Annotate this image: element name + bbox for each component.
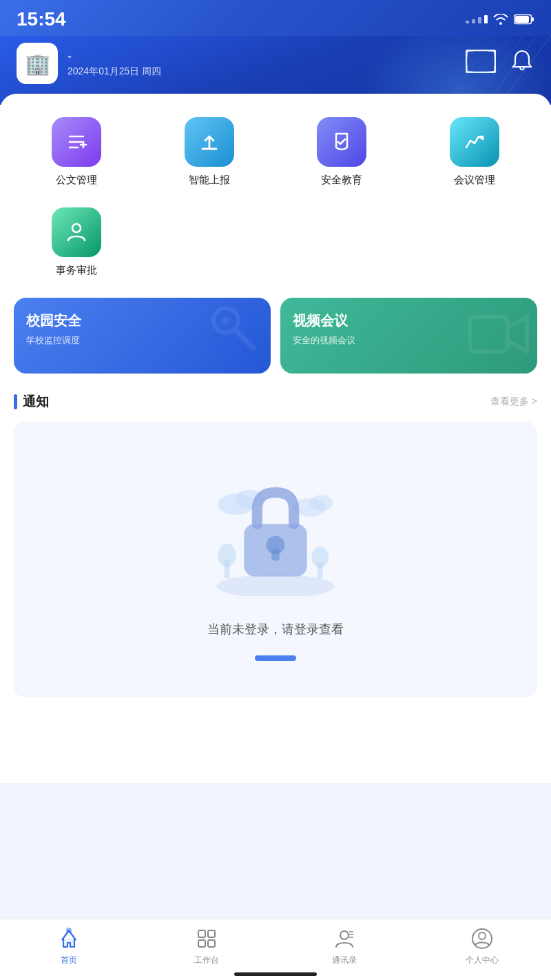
status-bar: 15:54	[0, 0, 551, 36]
contacts-nav-label: 通讯录	[332, 955, 357, 966]
gongwen-icon	[52, 117, 101, 167]
battery-icon	[514, 14, 534, 25]
profile-nav-icon	[470, 926, 495, 951]
nav-contacts[interactable]: 通讯录	[276, 926, 413, 966]
logo-icon: 🏢	[25, 52, 50, 76]
status-icons	[466, 14, 534, 25]
app-item-huiyi[interactable]: 会议管理	[412, 110, 538, 194]
header-left: 🏢 - 2024年01月25日 周四	[17, 43, 161, 84]
header-right	[466, 49, 534, 79]
home-nav-label: 首页	[61, 955, 77, 966]
bell-icon	[510, 49, 534, 74]
app-item-shiwu[interactable]: 事务审批	[14, 201, 140, 284]
feature-cards: 校园安全 学校监控调度 视频会议 安全的视频会议	[14, 298, 537, 374]
lock-illustration	[207, 451, 344, 603]
notice-title-text: 通知	[23, 393, 49, 411]
home-nav-icon	[56, 926, 81, 951]
svg-point-10	[72, 224, 81, 232]
svg-point-22	[310, 495, 333, 511]
workbench-nav-label: 工作台	[194, 955, 219, 966]
nav-home[interactable]: 首页	[0, 926, 138, 966]
notice-title: 通知	[14, 393, 49, 411]
svg-rect-25	[271, 549, 279, 560]
workbench-nav-icon	[194, 926, 219, 951]
svg-rect-2	[515, 16, 529, 23]
header-date: 2024年01月25日 周四	[67, 65, 161, 78]
login-btn-indicator[interactable]	[255, 655, 296, 661]
signal-icon	[466, 15, 488, 23]
shangbao-icon	[185, 117, 234, 167]
svg-rect-1	[532, 17, 534, 21]
scan-button[interactable]	[466, 50, 496, 78]
svg-rect-9	[466, 50, 495, 72]
notice-more-button[interactable]: 查看更多 >	[490, 396, 537, 408]
anquan-icon	[317, 117, 366, 167]
main-content: 公文管理 智能上报 安全教育	[0, 94, 551, 783]
app-item-gongwen[interactable]: 公文管理	[14, 110, 140, 194]
nav-workbench[interactable]: 工作台	[138, 926, 276, 966]
svg-point-12	[222, 317, 229, 324]
svg-rect-28	[208, 930, 215, 937]
notice-empty: 当前未登录，请登录查看	[14, 422, 537, 697]
app-item-anquan[interactable]: 安全教育	[279, 110, 405, 194]
home-indicator	[234, 972, 317, 976]
notice-section-header: 通知 查看更多 >	[14, 393, 537, 411]
campus-security-card[interactable]: 校园安全 学校监控调度	[14, 298, 271, 374]
svg-point-18	[311, 547, 329, 568]
svg-point-26	[66, 928, 72, 933]
profile-nav-label: 个人中心	[466, 955, 499, 966]
notification-button[interactable]	[510, 49, 534, 79]
svg-point-36	[479, 932, 486, 939]
video-meeting-card[interactable]: 视频会议 安全的视频会议	[280, 298, 537, 374]
svg-rect-29	[198, 940, 205, 947]
app-logo: 🏢	[17, 43, 58, 84]
notice-empty-text: 当前未登录，请登录查看	[207, 621, 344, 637]
svg-rect-27	[198, 930, 205, 937]
video-meeting-bg-icon	[468, 310, 530, 368]
svg-rect-30	[208, 940, 215, 947]
gongwen-label: 公文管理	[56, 174, 97, 187]
contacts-nav-icon	[332, 926, 357, 951]
anquan-label: 安全教育	[321, 174, 362, 187]
shangbao-label: 智能上报	[189, 174, 230, 187]
svg-point-14	[216, 575, 334, 596]
status-time: 15:54	[17, 8, 66, 30]
header-dash: -	[67, 50, 161, 64]
app-grid: 公文管理 智能上报 安全教育	[14, 110, 537, 284]
huiyi-label: 会议管理	[454, 174, 495, 187]
section-title-bar	[14, 394, 17, 409]
svg-rect-13	[470, 317, 508, 351]
app-item-shangbao[interactable]: 智能上报	[147, 110, 273, 194]
scan-icon	[466, 50, 496, 73]
campus-security-bg-icon	[202, 303, 264, 368]
header-title-area: - 2024年01月25日 周四	[67, 50, 161, 78]
svg-point-31	[340, 931, 349, 939]
huiyi-icon	[450, 117, 499, 167]
nav-profile[interactable]: 个人中心	[413, 926, 551, 966]
shiwu-icon	[52, 207, 101, 257]
bottom-nav: 首页 工作台 通讯录	[0, 919, 551, 980]
shiwu-label: 事务审批	[56, 264, 97, 277]
svg-point-16	[218, 544, 236, 567]
wifi-icon	[493, 14, 508, 25]
